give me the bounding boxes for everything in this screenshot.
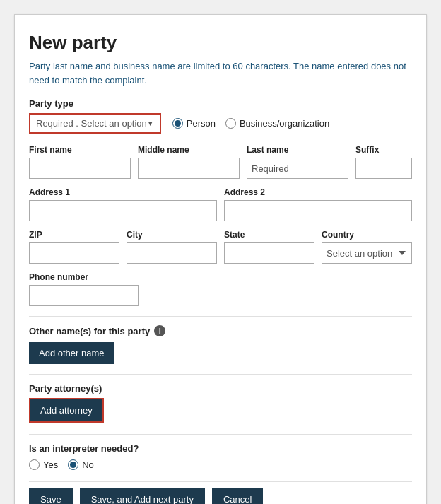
phone-label: Phone number bbox=[29, 272, 412, 282]
add-attorney-button[interactable]: Add attorney bbox=[29, 398, 104, 423]
other-names-text: Other name(s) for this party bbox=[29, 326, 150, 336]
cancel-button[interactable]: Cancel bbox=[212, 488, 263, 504]
name-row: First name Middle name Last name Suffix bbox=[29, 145, 412, 179]
party-type-select[interactable]: Required . Select an option ▼ bbox=[29, 113, 161, 134]
last-name-input[interactable] bbox=[247, 158, 348, 179]
other-names-section: Other name(s) for this party i Add other… bbox=[29, 325, 412, 364]
party-type-label: Party type bbox=[29, 98, 412, 109]
city-group: City bbox=[127, 230, 217, 264]
address2-label: Address 2 bbox=[224, 187, 412, 197]
first-name-label: First name bbox=[29, 145, 131, 155]
radio-person-label: Person bbox=[187, 118, 216, 129]
zip-group: ZIP bbox=[29, 230, 119, 264]
interpreter-question: Is an interpreter needed? bbox=[29, 443, 412, 454]
zip-input[interactable] bbox=[29, 242, 119, 264]
divider-3 bbox=[29, 434, 412, 435]
page-title: New party bbox=[29, 32, 412, 54]
city-input[interactable] bbox=[127, 242, 217, 264]
city-label: City bbox=[127, 230, 217, 240]
interpreter-yes-input[interactable] bbox=[29, 459, 40, 470]
divider-2 bbox=[29, 374, 412, 375]
address2-group: Address 2 bbox=[224, 187, 412, 221]
interpreter-radio-group: Yes No bbox=[29, 459, 412, 470]
country-group: Country Select an option bbox=[322, 230, 412, 264]
location-row: ZIP City State Country Select an option bbox=[29, 230, 412, 264]
middle-name-label: Middle name bbox=[138, 145, 240, 155]
address2-input[interactable] bbox=[224, 200, 412, 221]
info-text: Party last name and business name are li… bbox=[29, 59, 412, 87]
suffix-input[interactable] bbox=[355, 158, 412, 179]
interpreter-yes[interactable]: Yes bbox=[29, 459, 58, 470]
radio-business-label: Business/organization bbox=[240, 118, 329, 129]
address-row: Address 1 Address 2 bbox=[29, 187, 412, 221]
suffix-group: Suffix bbox=[355, 145, 412, 179]
middle-name-input[interactable] bbox=[138, 158, 240, 179]
radio-business-input[interactable] bbox=[225, 118, 236, 129]
other-names-label: Other name(s) for this party i bbox=[29, 325, 412, 336]
interpreter-yes-label: Yes bbox=[43, 459, 58, 470]
state-input[interactable] bbox=[224, 242, 314, 264]
interpreter-no-label: No bbox=[82, 459, 94, 470]
first-name-group: First name bbox=[29, 145, 131, 179]
first-name-input[interactable] bbox=[29, 158, 131, 179]
attorney-label: Party attorney(s) bbox=[29, 383, 412, 394]
interpreter-no-input[interactable] bbox=[68, 459, 78, 470]
add-other-name-button[interactable]: Add other name bbox=[29, 342, 114, 364]
divider-1 bbox=[29, 316, 412, 317]
radio-business[interactable]: Business/organization bbox=[225, 118, 329, 129]
radio-person-input[interactable] bbox=[172, 118, 183, 129]
address1-group: Address 1 bbox=[29, 187, 217, 221]
attorney-section: Party attorney(s) Add attorney bbox=[29, 383, 412, 423]
address1-label: Address 1 bbox=[29, 187, 217, 197]
last-name-label: Last name bbox=[247, 145, 348, 155]
footer-buttons: Save Save, and Add next party Cancel bbox=[29, 481, 412, 504]
interpreter-no[interactable]: No bbox=[68, 459, 94, 470]
country-label: Country bbox=[322, 230, 412, 240]
country-select[interactable]: Select an option bbox=[322, 242, 412, 264]
party-type-row: Required . Select an option ▼ Person Bus… bbox=[29, 113, 412, 134]
dropdown-arrow-icon: ▼ bbox=[147, 119, 154, 127]
interpreter-section: Is an interpreter needed? Yes No bbox=[29, 443, 412, 470]
last-name-group: Last name bbox=[247, 145, 348, 179]
middle-name-group: Middle name bbox=[138, 145, 240, 179]
address1-input[interactable] bbox=[29, 200, 217, 221]
party-type-select-text: Required . Select an option bbox=[36, 118, 147, 129]
state-group: State bbox=[224, 230, 314, 264]
party-type-radio-group: Person Business/organization bbox=[172, 118, 329, 129]
suffix-label: Suffix bbox=[355, 145, 412, 155]
other-names-info-icon[interactable]: i bbox=[154, 325, 165, 336]
save-button[interactable]: Save bbox=[29, 488, 73, 504]
zip-label: ZIP bbox=[29, 230, 119, 240]
phone-group: Phone number bbox=[29, 272, 412, 306]
radio-person[interactable]: Person bbox=[172, 118, 216, 129]
phone-input[interactable] bbox=[29, 285, 139, 306]
new-party-card: New party Party last name and business n… bbox=[14, 14, 427, 504]
state-label: State bbox=[224, 230, 314, 240]
save-next-button[interactable]: Save, and Add next party bbox=[80, 488, 205, 504]
